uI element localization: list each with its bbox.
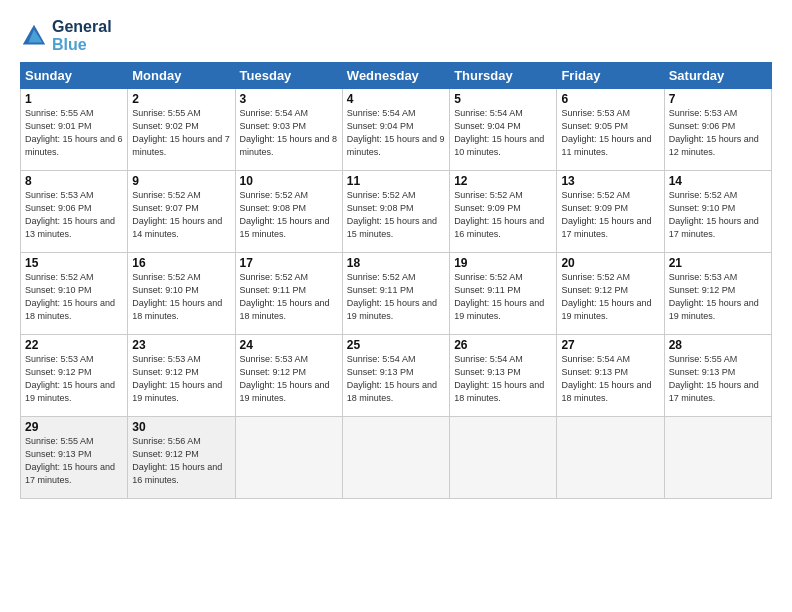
calendar-cell: 6Sunrise: 5:53 AMSunset: 9:05 PMDaylight… (557, 89, 664, 171)
calendar-cell: 8Sunrise: 5:53 AMSunset: 9:06 PMDaylight… (21, 171, 128, 253)
day-number: 10 (240, 174, 338, 188)
day-info: Sunrise: 5:54 AMSunset: 9:04 PMDaylight:… (454, 108, 544, 157)
day-info: Sunrise: 5:52 AMSunset: 9:08 PMDaylight:… (240, 190, 330, 239)
logo-area: General Blue (20, 18, 112, 54)
calendar-cell: 16Sunrise: 5:52 AMSunset: 9:10 PMDayligh… (128, 253, 235, 335)
day-info: Sunrise: 5:55 AMSunset: 9:13 PMDaylight:… (669, 354, 759, 403)
day-info: Sunrise: 5:54 AMSunset: 9:03 PMDaylight:… (240, 108, 338, 157)
day-info: Sunrise: 5:56 AMSunset: 9:12 PMDaylight:… (132, 436, 222, 485)
calendar-cell: 23Sunrise: 5:53 AMSunset: 9:12 PMDayligh… (128, 335, 235, 417)
day-info: Sunrise: 5:52 AMSunset: 9:10 PMDaylight:… (669, 190, 759, 239)
header-friday: Friday (557, 63, 664, 89)
day-number: 29 (25, 420, 123, 434)
day-number: 23 (132, 338, 230, 352)
day-number: 21 (669, 256, 767, 270)
header-saturday: Saturday (664, 63, 771, 89)
week-row-1: 1Sunrise: 5:55 AMSunset: 9:01 PMDaylight… (21, 89, 772, 171)
day-number: 13 (561, 174, 659, 188)
calendar-cell: 7Sunrise: 5:53 AMSunset: 9:06 PMDaylight… (664, 89, 771, 171)
header-sunday: Sunday (21, 63, 128, 89)
day-number: 28 (669, 338, 767, 352)
day-info: Sunrise: 5:52 AMSunset: 9:07 PMDaylight:… (132, 190, 222, 239)
day-info: Sunrise: 5:52 AMSunset: 9:11 PMDaylight:… (454, 272, 544, 321)
header-row: SundayMondayTuesdayWednesdayThursdayFrid… (21, 63, 772, 89)
calendar-cell: 18Sunrise: 5:52 AMSunset: 9:11 PMDayligh… (342, 253, 449, 335)
day-number: 12 (454, 174, 552, 188)
day-number: 11 (347, 174, 445, 188)
day-info: Sunrise: 5:53 AMSunset: 9:05 PMDaylight:… (561, 108, 651, 157)
calendar-cell: 29Sunrise: 5:55 AMSunset: 9:13 PMDayligh… (21, 417, 128, 499)
week-row-5: 29Sunrise: 5:55 AMSunset: 9:13 PMDayligh… (21, 417, 772, 499)
calendar-cell (664, 417, 771, 499)
day-number: 17 (240, 256, 338, 270)
day-number: 2 (132, 92, 230, 106)
day-info: Sunrise: 5:52 AMSunset: 9:11 PMDaylight:… (240, 272, 330, 321)
calendar-cell: 13Sunrise: 5:52 AMSunset: 9:09 PMDayligh… (557, 171, 664, 253)
day-info: Sunrise: 5:54 AMSunset: 9:13 PMDaylight:… (561, 354, 651, 403)
header-monday: Monday (128, 63, 235, 89)
day-info: Sunrise: 5:52 AMSunset: 9:12 PMDaylight:… (561, 272, 651, 321)
calendar-cell: 15Sunrise: 5:52 AMSunset: 9:10 PMDayligh… (21, 253, 128, 335)
day-number: 3 (240, 92, 338, 106)
day-info: Sunrise: 5:52 AMSunset: 9:09 PMDaylight:… (454, 190, 544, 239)
day-number: 27 (561, 338, 659, 352)
calendar-cell: 3Sunrise: 5:54 AMSunset: 9:03 PMDaylight… (235, 89, 342, 171)
day-number: 5 (454, 92, 552, 106)
header: General Blue (20, 18, 772, 54)
calendar-cell: 12Sunrise: 5:52 AMSunset: 9:09 PMDayligh… (450, 171, 557, 253)
day-number: 24 (240, 338, 338, 352)
calendar-cell: 9Sunrise: 5:52 AMSunset: 9:07 PMDaylight… (128, 171, 235, 253)
calendar-cell: 11Sunrise: 5:52 AMSunset: 9:08 PMDayligh… (342, 171, 449, 253)
calendar-cell: 10Sunrise: 5:52 AMSunset: 9:08 PMDayligh… (235, 171, 342, 253)
header-tuesday: Tuesday (235, 63, 342, 89)
calendar-cell: 26Sunrise: 5:54 AMSunset: 9:13 PMDayligh… (450, 335, 557, 417)
day-info: Sunrise: 5:53 AMSunset: 9:12 PMDaylight:… (25, 354, 115, 403)
calendar-cell: 28Sunrise: 5:55 AMSunset: 9:13 PMDayligh… (664, 335, 771, 417)
day-info: Sunrise: 5:52 AMSunset: 9:10 PMDaylight:… (25, 272, 115, 321)
calendar-cell: 25Sunrise: 5:54 AMSunset: 9:13 PMDayligh… (342, 335, 449, 417)
day-info: Sunrise: 5:52 AMSunset: 9:10 PMDaylight:… (132, 272, 222, 321)
day-info: Sunrise: 5:53 AMSunset: 9:06 PMDaylight:… (25, 190, 115, 239)
calendar-cell (557, 417, 664, 499)
day-number: 15 (25, 256, 123, 270)
day-number: 4 (347, 92, 445, 106)
day-number: 14 (669, 174, 767, 188)
day-number: 18 (347, 256, 445, 270)
calendar-cell (342, 417, 449, 499)
logo-icon (20, 22, 48, 50)
calendar-cell: 21Sunrise: 5:53 AMSunset: 9:12 PMDayligh… (664, 253, 771, 335)
calendar-cell: 5Sunrise: 5:54 AMSunset: 9:04 PMDaylight… (450, 89, 557, 171)
logo-text: General Blue (52, 18, 112, 54)
calendar-cell: 27Sunrise: 5:54 AMSunset: 9:13 PMDayligh… (557, 335, 664, 417)
calendar-page: General Blue SundayMondayTuesdayWednesda… (0, 0, 792, 612)
day-number: 8 (25, 174, 123, 188)
calendar-cell: 30Sunrise: 5:56 AMSunset: 9:12 PMDayligh… (128, 417, 235, 499)
day-number: 22 (25, 338, 123, 352)
day-number: 7 (669, 92, 767, 106)
day-info: Sunrise: 5:53 AMSunset: 9:12 PMDaylight:… (669, 272, 759, 321)
calendar-table: SundayMondayTuesdayWednesdayThursdayFrid… (20, 62, 772, 499)
day-info: Sunrise: 5:55 AMSunset: 9:02 PMDaylight:… (132, 108, 230, 157)
calendar-cell: 4Sunrise: 5:54 AMSunset: 9:04 PMDaylight… (342, 89, 449, 171)
day-info: Sunrise: 5:53 AMSunset: 9:06 PMDaylight:… (669, 108, 759, 157)
calendar-cell: 20Sunrise: 5:52 AMSunset: 9:12 PMDayligh… (557, 253, 664, 335)
calendar-cell (235, 417, 342, 499)
calendar-cell: 14Sunrise: 5:52 AMSunset: 9:10 PMDayligh… (664, 171, 771, 253)
header-thursday: Thursday (450, 63, 557, 89)
day-info: Sunrise: 5:55 AMSunset: 9:13 PMDaylight:… (25, 436, 115, 485)
week-row-4: 22Sunrise: 5:53 AMSunset: 9:12 PMDayligh… (21, 335, 772, 417)
week-row-3: 15Sunrise: 5:52 AMSunset: 9:10 PMDayligh… (21, 253, 772, 335)
day-number: 30 (132, 420, 230, 434)
calendar-cell: 22Sunrise: 5:53 AMSunset: 9:12 PMDayligh… (21, 335, 128, 417)
day-info: Sunrise: 5:55 AMSunset: 9:01 PMDaylight:… (25, 108, 123, 157)
day-info: Sunrise: 5:54 AMSunset: 9:13 PMDaylight:… (347, 354, 437, 403)
day-number: 19 (454, 256, 552, 270)
calendar-cell: 24Sunrise: 5:53 AMSunset: 9:12 PMDayligh… (235, 335, 342, 417)
calendar-cell: 17Sunrise: 5:52 AMSunset: 9:11 PMDayligh… (235, 253, 342, 335)
day-info: Sunrise: 5:54 AMSunset: 9:13 PMDaylight:… (454, 354, 544, 403)
day-number: 1 (25, 92, 123, 106)
calendar-cell (450, 417, 557, 499)
calendar-cell: 2Sunrise: 5:55 AMSunset: 9:02 PMDaylight… (128, 89, 235, 171)
header-wednesday: Wednesday (342, 63, 449, 89)
day-info: Sunrise: 5:53 AMSunset: 9:12 PMDaylight:… (240, 354, 330, 403)
